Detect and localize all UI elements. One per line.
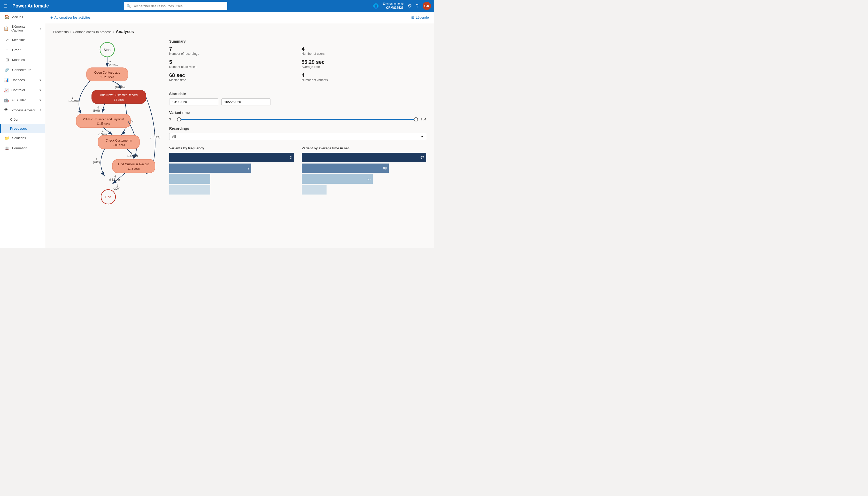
environment-icon[interactable]: 🌐 — [373, 3, 379, 9]
summary-value-4: 68 sec — [169, 72, 294, 78]
summary-value-1: 4 — [302, 46, 427, 52]
node-find[interactable] — [112, 159, 155, 173]
sidebar-item-solutions[interactable]: 📁 Solutions — [0, 133, 45, 143]
slider-min-val: 3 — [169, 117, 174, 121]
donnees-icon: 📊 — [4, 78, 9, 82]
end-label: End — [105, 195, 111, 199]
main-grid: Start 7 (100%) Open Contoso app 13.29 se… — [53, 39, 426, 242]
sidebar-item-creer[interactable]: + Créer — [0, 45, 45, 55]
summary-item-5: 4 Number of variants — [302, 72, 427, 82]
sidebar-label-modeles: Modèles — [12, 58, 25, 62]
start-date-to[interactable] — [221, 98, 270, 105]
sidebar-item-creer-sub[interactable]: Créer — [0, 115, 45, 124]
app-layout: 🏠 Accueil 📋 Éléments d'action ∨ ↗ Mes fl… — [0, 12, 434, 248]
avg-bar-label-0: 97 — [421, 156, 424, 159]
freq-bar-row-0: 3 — [169, 153, 294, 162]
formation-icon: 📖 — [4, 146, 10, 151]
node-find-label: Find Customer Record — [118, 162, 149, 166]
sidebar-item-accueil[interactable]: 🏠 Accueil — [0, 12, 45, 22]
sidebar-item-ai-builder[interactable]: 🤖 AI Builder ∨ — [0, 95, 45, 105]
summary-label-1: Number of users — [302, 52, 427, 56]
breadcrumb-sep-1: › — [70, 30, 71, 34]
edge-label-add-validate-pct: (80%) — [93, 109, 100, 112]
sidebar-item-formation[interactable]: 📖 Formation — [0, 143, 45, 153]
breadcrumb: Processus › Contoso check-in process › A… — [53, 29, 426, 34]
freq-bar-label-1: 2 — [247, 166, 249, 170]
sidebar-label-creer: Créer — [12, 48, 21, 52]
top-nav-right: 🌐 Environnements CRM838526 ⚙ ? SA — [373, 2, 431, 10]
user-avatar[interactable]: SA — [423, 2, 431, 10]
hamburger-icon[interactable]: ☰ — [3, 4, 8, 9]
edge-label-extra-pct: (20%) — [113, 187, 120, 190]
variant-time-section: Variant time 3 104 — [169, 111, 426, 121]
search-input[interactable] — [133, 4, 225, 8]
start-date-from[interactable] — [169, 98, 218, 105]
sidebar-item-connecteurs[interactable]: 🔗 Connecteurs — [0, 65, 45, 75]
edge-label-find-end-pct: (85.71%) — [109, 178, 120, 181]
breadcrumb-process-name[interactable]: Contoso check-in process — [73, 30, 112, 34]
sidebar-item-modeles[interactable]: ⊞ Modèles — [0, 55, 45, 65]
edge-label-check-find-pct: (14.29%) — [127, 154, 138, 157]
start-date-section: Start date — [169, 92, 426, 105]
node-validate[interactable] — [76, 114, 130, 128]
toolbar: + Automatiser les activités ⊟ Légende — [45, 12, 434, 23]
slider-thumb-left[interactable] — [177, 117, 181, 121]
settings-icon[interactable]: ⚙ — [408, 3, 412, 9]
sidebar-item-mesflux[interactable]: ↗ Mes flux — [0, 35, 45, 45]
summary-item-2: 5 Number of activities — [169, 59, 294, 69]
connecteurs-icon: 🔗 — [4, 67, 10, 72]
edge-label-start-open-pct: (100%) — [109, 64, 118, 67]
breadcrumb-sep-2: › — [113, 30, 114, 34]
sidebar-item-controler[interactable]: 📈 Contrôler ∨ — [0, 85, 45, 95]
avg-bar-0: 97 — [302, 153, 427, 162]
legend-label: Légende — [416, 16, 429, 19]
avg-bar-2: 55 — [302, 174, 373, 184]
sidebar-item-donnees[interactable]: 📊 Données ∨ — [0, 75, 45, 85]
add-activities-button[interactable]: + Automatiser les activités — [50, 15, 91, 20]
sidebar-label-connecteurs: Connecteurs — [12, 68, 31, 72]
summary-value-0: 7 — [169, 46, 294, 52]
start-date-title: Start date — [169, 92, 426, 96]
slider-thumb-right[interactable] — [414, 117, 418, 121]
edge-add-validate — [102, 104, 105, 113]
search-bar[interactable]: 🔍 — [124, 2, 227, 10]
sidebar-item-processus[interactable]: Processus — [0, 124, 45, 133]
modeles-icon: ⊞ — [4, 57, 10, 62]
chevron-down-icon-donnees: ∨ — [39, 78, 41, 82]
slider-fill — [177, 119, 418, 120]
breadcrumb-processus[interactable]: Processus — [53, 30, 69, 34]
freq-bar-row-2 — [169, 174, 294, 184]
sidebar-label-solutions: Solutions — [12, 136, 26, 140]
edge-label-open-add-pct: (28.57%) — [115, 86, 126, 89]
frequency-chart: Variants by frequency 3 2 — [169, 146, 294, 195]
flux-icon: ↗ — [4, 37, 10, 42]
sidebar-label-donnees: Données — [11, 78, 25, 82]
environment-info[interactable]: Environnements CRM838526 — [383, 2, 404, 10]
node-add-record[interactable] — [92, 90, 146, 104]
freq-bar-0: 3 — [169, 153, 294, 162]
freq-bar-row-1: 2 — [169, 164, 294, 173]
help-icon[interactable]: ? — [416, 3, 418, 9]
variant-time-title: Variant time — [169, 111, 426, 115]
search-icon: 🔍 — [127, 4, 131, 8]
node-add-sublabel: 34 secs — [114, 98, 124, 101]
sidebar-label-mesflux: Mes flux — [12, 38, 25, 42]
node-add-label: Add New Customer Record — [100, 93, 138, 97]
legend-button[interactable]: ⊟ Légende — [411, 16, 429, 19]
node-open-contoso[interactable] — [87, 68, 128, 81]
sidebar-item-elements[interactable]: 📋 Éléments d'action ∨ — [0, 22, 45, 35]
charts-row: Variants by frequency 3 2 — [169, 146, 426, 195]
node-check-sublabel: 2.86 secs — [113, 143, 125, 146]
slider-max-val: 104 — [421, 117, 426, 121]
sidebar-label-elements: Éléments d'action — [11, 25, 37, 32]
sidebar-label-ai: AI Builder — [11, 98, 26, 102]
flow-svg: Start 7 (100%) Open Contoso app 13.29 se… — [53, 39, 161, 241]
sidebar-item-process-advisor[interactable]: 👁 Process Advisor ∧ — [0, 105, 45, 115]
slider-track[interactable] — [177, 119, 418, 120]
elements-icon: 📋 — [4, 26, 9, 31]
variant-time-slider: 3 104 — [169, 117, 426, 121]
edge-check-end — [101, 149, 105, 176]
recordings-section: Recordings All ∨ — [169, 126, 426, 140]
sidebar-label-formation: Formation — [12, 146, 27, 150]
recordings-dropdown[interactable]: All ∨ — [169, 133, 426, 140]
